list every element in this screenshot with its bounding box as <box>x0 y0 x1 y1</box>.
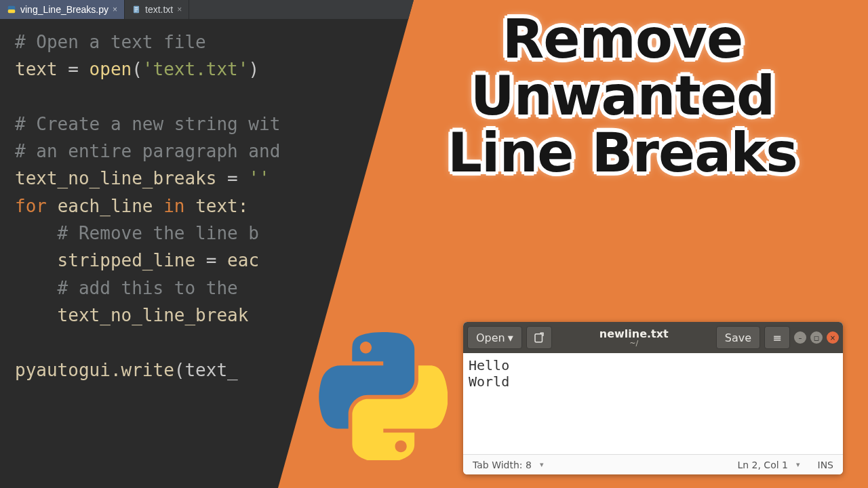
minimize-button[interactable]: – <box>794 331 806 344</box>
tab-python-file[interactable]: ving_Line_Breaks.py × <box>0 0 125 19</box>
open-button[interactable]: Open▾ <box>467 326 522 349</box>
thumbnail-title: Remove Unwanted Line Breaks <box>393 11 852 182</box>
gedit-title: newline.txt ~/ <box>556 329 712 347</box>
save-label: Save <box>725 331 751 344</box>
gedit-header: Open▾ newline.txt ~/ Save ≡ – ◻ × <box>463 322 843 353</box>
hamburger-menu-button[interactable]: ≡ <box>764 326 790 349</box>
title-line: Line Breaks <box>393 125 852 182</box>
new-tab-button[interactable] <box>526 326 552 349</box>
svg-rect-5 <box>135 11 137 12</box>
save-button[interactable]: Save <box>716 326 760 349</box>
tab-width-selector[interactable]: Tab Width: 8 <box>473 460 543 470</box>
new-document-icon <box>533 331 545 344</box>
svg-rect-3 <box>135 7 138 8</box>
title-line: Remove <box>393 11 852 68</box>
title-line: Unwanted <box>393 68 852 125</box>
cursor-position[interactable]: Ln 2, Col 1 <box>737 460 800 470</box>
insert-mode[interactable]: INS <box>818 460 834 470</box>
svg-rect-4 <box>135 9 138 9</box>
svg-rect-1 <box>8 9 16 13</box>
maximize-button[interactable]: ◻ <box>810 331 823 344</box>
text-file-icon <box>132 5 141 14</box>
gedit-window: Open▾ newline.txt ~/ Save ≡ – ◻ × Hello … <box>463 322 843 474</box>
gedit-filedir: ~/ <box>556 340 712 347</box>
tab-label: text.txt <box>145 4 173 15</box>
hamburger-icon: ≡ <box>772 331 781 344</box>
python-file-icon <box>7 5 16 14</box>
tab-text-file[interactable]: text.txt × <box>125 0 189 19</box>
tab-label: ving_Line_Breaks.py <box>20 4 108 15</box>
close-icon[interactable]: × <box>177 5 182 14</box>
svg-rect-6 <box>535 334 542 342</box>
close-window-button[interactable]: × <box>827 331 839 344</box>
python-logo-icon <box>319 332 448 461</box>
close-icon[interactable]: × <box>113 5 117 14</box>
gedit-filename: newline.txt <box>556 329 712 340</box>
open-label: Open <box>476 331 505 344</box>
gedit-text-area[interactable]: Hello World <box>463 353 843 454</box>
gedit-status-bar: Tab Width: 8 Ln 2, Col 1 INS <box>463 454 843 474</box>
window-controls: – ◻ × <box>794 331 839 344</box>
chevron-down-icon: ▾ <box>508 331 513 344</box>
